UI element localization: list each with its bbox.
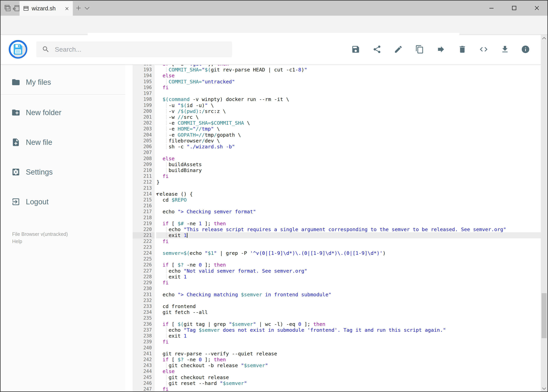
sidebar-item-new-folder[interactable]: New folder — [0, 102, 125, 123]
code-line[interactable]: semver=$(echo "$1" | grep -P '^v(0|[1-9]… — [156, 250, 541, 256]
indent-guide — [166, 233, 166, 238]
code-line[interactable]: fi — [156, 173, 541, 179]
code-line[interactable]: -v /$(pwd):/src:z \ — [156, 108, 541, 114]
gutter-line-number: 198 — [133, 96, 155, 102]
code-line[interactable]: git rev-parse --verify --quiet release — [156, 351, 541, 357]
new-tab-button[interactable] — [76, 5, 81, 11]
code-line[interactable]: fi — [156, 339, 541, 345]
code-line[interactable]: git fetch --all — [156, 309, 541, 315]
code-line[interactable]: -u "$(id -u)" \ — [156, 102, 541, 108]
help-link[interactable]: Help — [12, 238, 68, 245]
sidebar-footer: File Browser v(untracked) Help — [12, 231, 68, 245]
code-line[interactable]: fi — [156, 280, 541, 286]
code-line[interactable]: git checkout -b release "$semver" — [156, 363, 541, 368]
code-line[interactable]: $(command -v winpty) docker run --rm -it… — [156, 96, 541, 102]
sidebar-item-label: New folder — [26, 108, 62, 117]
code-icon — [479, 45, 488, 54]
copy-button[interactable] — [412, 42, 427, 57]
code-line[interactable]: if [ $# -ne 1 ]; then — [156, 221, 541, 226]
code-line[interactable]: COMMIT_SHA="$(git rev-parse HEAD | cut -… — [156, 67, 541, 73]
code-line[interactable]: if [ $? -ne 0 ]; then — [156, 357, 541, 363]
code-line[interactable]: fi — [156, 238, 541, 244]
code-line[interactable]: echo "This release script requires a sin… — [156, 226, 541, 232]
code-lines[interactable]: if [ -d ".git" ]; then COMMIT_SHA="$(git… — [156, 65, 541, 392]
tab-close-icon[interactable] — [64, 6, 70, 11]
code-line[interactable]: git reset --hard "$semver" — [156, 380, 541, 386]
code-line[interactable]: cd $REPO — [156, 197, 541, 203]
code-line[interactable]: cd frontend — [156, 303, 541, 309]
code-line[interactable]: if [ $(git tag | grep "$semver" | wc -l)… — [156, 321, 541, 327]
tab-list-chevron-icon[interactable] — [84, 6, 90, 11]
code-line[interactable]: echo "Not valid semver format. See semve… — [156, 268, 541, 274]
code-line[interactable]: buildBinary — [156, 167, 541, 173]
share-file-button[interactable] — [370, 42, 384, 57]
tab-preview-icon[interactable] — [3, 4, 11, 13]
sidebar-item-label: Logout — [26, 198, 49, 206]
code-line[interactable] — [156, 297, 541, 303]
code-line[interactable]: git checkout release — [156, 374, 541, 380]
code-line[interactable]: fi — [156, 84, 541, 91]
code-line[interactable]: sh -c "./wizard.sh -b" — [156, 144, 541, 149]
window-maximize-button[interactable] — [507, 4, 521, 13]
save-button[interactable] — [348, 42, 363, 57]
rename-button[interactable] — [391, 42, 406, 57]
code-line[interactable]: exit 1 — [156, 274, 541, 280]
page-scrollbar[interactable] — [541, 35, 548, 392]
gutter-line-number: 225 — [133, 256, 155, 262]
code-line[interactable]: -e GOPATH=//tmp/gopath \ — [156, 132, 541, 138]
code-line[interactable]: -e COMMIT_SHA=$COMMIT_SHA \ — [156, 120, 541, 126]
search-input[interactable] — [54, 45, 232, 53]
code-line[interactable]: if [ -d ".git" ]; then — [156, 65, 541, 67]
code-line[interactable]: release () { — [156, 191, 541, 197]
code-line[interactable] — [156, 149, 541, 155]
code-line[interactable]: echo "Tag $semver does not exist in subm… — [156, 327, 541, 333]
gutter-line-number: 237 — [133, 327, 155, 333]
code-line[interactable]: if [ $? -ne 0 ]; then — [156, 262, 541, 268]
code-line[interactable] — [156, 286, 541, 291]
code-line[interactable]: else — [156, 368, 541, 374]
scroll-down-icon[interactable] — [541, 385, 548, 392]
sidebar-item-settings[interactable]: Settings — [0, 162, 125, 182]
code-line[interactable] — [156, 203, 541, 209]
code-line[interactable] — [156, 345, 541, 351]
gutter-line-number: 223 — [133, 244, 155, 250]
scroll-up-icon[interactable] — [541, 35, 548, 42]
code-line[interactable] — [156, 91, 541, 96]
code-line[interactable]: else — [156, 73, 541, 78]
code-line[interactable] — [156, 315, 541, 321]
code-line[interactable] — [156, 256, 541, 262]
download-button[interactable] — [498, 42, 512, 57]
code-line[interactable]: exit 1 — [156, 333, 541, 339]
code-line[interactable]: echo "> Checking semver format" — [156, 209, 541, 215]
code-line[interactable]: filebrowser/dev \ — [156, 138, 541, 144]
code-line[interactable]: -e HOME="//tmp" \ — [156, 126, 541, 132]
gutter-line-number: 236 — [133, 321, 155, 327]
code-line[interactable]: else — [156, 156, 541, 161]
code-line[interactable]: buildAssets — [156, 161, 541, 167]
sidebar-item-new-file[interactable]: New file — [0, 132, 125, 153]
code-line[interactable] — [156, 215, 541, 221]
code-line[interactable]: } — [156, 179, 541, 185]
pencil-icon — [394, 45, 403, 54]
sidebar-item-logout[interactable]: Logout — [0, 192, 125, 212]
move-button[interactable] — [434, 42, 448, 57]
code-line[interactable]: -w //src \ — [156, 114, 541, 120]
window-minimize-button[interactable] — [484, 4, 499, 13]
code-line[interactable] — [156, 185, 541, 191]
code-line[interactable]: echo "> Checking matching $semver in fro… — [156, 292, 541, 297]
code-line[interactable]: fi — [156, 386, 541, 392]
code-line[interactable] — [156, 244, 541, 250]
code-line[interactable]: exit 1 — [156, 232, 541, 238]
gutter-line-number: 212 — [133, 179, 155, 185]
search-box[interactable] — [36, 42, 232, 57]
browser-tab[interactable]: wizard.sh — [20, 1, 73, 16]
indent-guide — [166, 109, 166, 113]
scrollbar-thumb[interactable] — [541, 293, 547, 338]
delete-button[interactable] — [455, 42, 470, 57]
raw-view-button[interactable] — [476, 42, 491, 57]
sidebar-item-my-files[interactable]: My files — [0, 72, 125, 92]
code-line[interactable]: COMMIT_SHA="untracked" — [156, 79, 541, 84]
code-editor[interactable]: 1921931941951961971981992002012022032042… — [125, 65, 541, 392]
window-close-button[interactable] — [530, 4, 544, 13]
info-button[interactable] — [518, 42, 533, 57]
